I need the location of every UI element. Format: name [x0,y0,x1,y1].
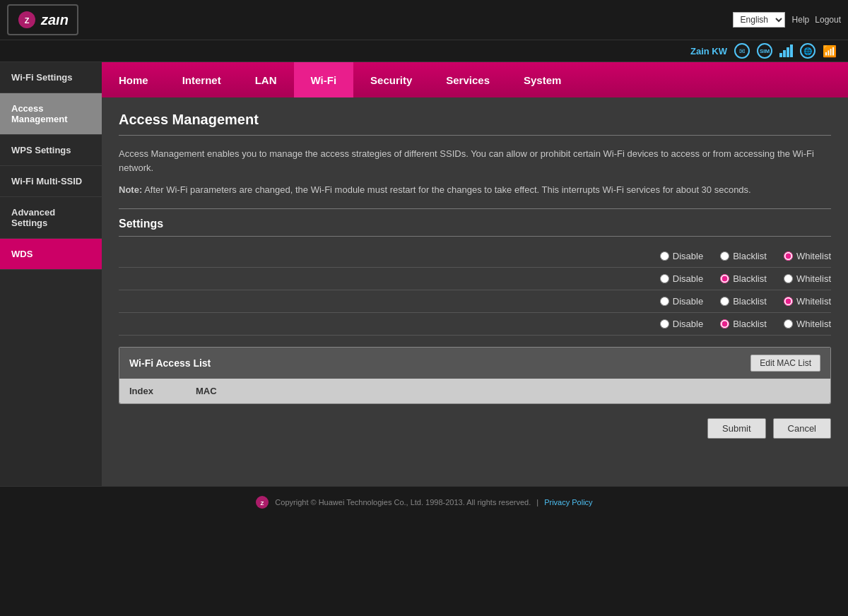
divider-1 [119,208,831,209]
table-headers: Index MAC [129,386,820,396]
radio-whitelist-1[interactable]: Whitelist [784,251,831,261]
logo-box: Z zaın [7,4,78,35]
nav-lan[interactable]: LAN [238,62,294,97]
access-list-header: Wi-Fi Access List Edit MAC List [119,348,830,379]
whitelist-label-2: Whitelist [796,273,831,284]
nav-system[interactable]: System [507,62,578,97]
sim-icon: SIM [757,43,772,59]
button-row: Submit Cancel [119,418,831,439]
edit-mac-button[interactable]: Edit MAC List [750,355,820,372]
blacklist-label-1: Blacklist [733,251,767,261]
radio-row-4: Disable Blacklist Whitelist [119,313,831,336]
nav-wifi[interactable]: Wi-Fi [294,62,354,97]
blacklist-label-4: Blacklist [733,319,767,329]
username-label: Zain KW [690,46,727,57]
settings-section-title: Settings [119,218,831,237]
note-label: Note: [119,184,142,195]
disable-label-4: Disable [673,319,703,329]
main-nav: Home Internet LAN Wi-Fi Security Service… [102,62,848,97]
sidebar: Wi-Fi Settings Access Management WPS Set… [0,62,102,486]
radio-disable-3[interactable]: Disable [660,296,703,307]
whitelist-label-3: Whitelist [796,296,831,307]
top-links: Help Logout [792,15,841,25]
sidebar-item-wds[interactable]: WDS [0,239,102,270]
nav-internet[interactable]: Internet [165,62,238,97]
logo-area: Z zaın [7,4,78,35]
disable-label-2: Disable [673,273,703,284]
nav-security[interactable]: Security [353,62,429,97]
col-mac: MAC [196,386,217,396]
svg-text:Z: Z [25,16,30,25]
radio-blacklist-4[interactable]: Blacklist [720,319,767,329]
disable-label-1: Disable [673,251,703,261]
access-list-container: Wi-Fi Access List Edit MAC List Index MA… [119,347,831,404]
zain-logo-icon: Z [17,10,37,30]
svg-text:Z: Z [261,500,264,507]
language-select[interactable]: English Arabic [733,12,785,28]
footer-copyright: Copyright © Huawei Technologies Co., Ltd… [275,498,531,507]
col-index: Index [129,386,153,396]
globe-icon[interactable]: 🌐 [800,43,815,59]
access-list-table: Index MAC [119,379,830,403]
whitelist-label-4: Whitelist [796,319,831,329]
radio-blacklist-3[interactable]: Blacklist [720,296,767,307]
note-text: Note: After Wi-Fi parameters are changed… [119,183,831,197]
main-layout: Wi-Fi Settings Access Management WPS Set… [0,62,848,486]
signal-icon [779,45,793,57]
radio-blacklist-1[interactable]: Blacklist [720,251,767,261]
main-content: Access Management Access Management enab… [102,97,848,486]
logout-link[interactable]: Logout [815,15,841,25]
sidebar-item-wifi-multi-ssid[interactable]: Wi-Fi Multi-SSID [0,166,102,197]
page-title: Access Management [119,112,831,136]
help-link[interactable]: Help [792,15,810,25]
submit-button[interactable]: Submit [707,418,765,439]
mail-icon[interactable]: ✉ [734,43,750,59]
sidebar-item-access-management[interactable]: Access Management [0,93,102,135]
radio-whitelist-4[interactable]: Whitelist [784,319,831,329]
radio-disable-2[interactable]: Disable [660,273,703,284]
blacklist-label-2: Blacklist [733,273,767,284]
sidebar-item-advanced-settings[interactable]: Advanced Settings [0,197,102,239]
sidebar-item-wps-settings[interactable]: WPS Settings [0,135,102,166]
radio-whitelist-3[interactable]: Whitelist [784,296,831,307]
radio-blacklist-2[interactable]: Blacklist [720,273,767,284]
radio-whitelist-2[interactable]: Whitelist [784,273,831,284]
top-right-area: English Arabic Help Logout [733,12,841,28]
footer-separator: | [536,498,538,507]
privacy-policy-link[interactable]: Privacy Policy [544,498,592,507]
whitelist-label-1: Whitelist [796,251,831,261]
wifi-status-icon: 📶 [823,45,837,58]
radio-row-1: Disable Blacklist Whitelist [119,245,831,268]
radio-row-3: Disable Blacklist Whitelist [119,290,831,313]
footer-logo-icon: Z [255,495,269,509]
nav-services[interactable]: Services [429,62,507,97]
access-list-title: Wi-Fi Access List [129,357,211,369]
description-text: Access Management enables you to manage … [119,147,831,174]
userbar: Zain KW ✉ SIM 🌐 📶 [0,40,848,62]
note-body: After Wi-Fi parameters are changed, the … [144,184,751,195]
radio-row-2: Disable Blacklist Whitelist [119,268,831,290]
nav-home[interactable]: Home [102,62,165,97]
logo-text: zaın [41,12,69,28]
disable-label-3: Disable [673,296,703,307]
sidebar-item-wifi-settings[interactable]: Wi-Fi Settings [0,62,102,93]
blacklist-label-3: Blacklist [733,296,767,307]
radio-disable-4[interactable]: Disable [660,319,703,329]
radio-disable-1[interactable]: Disable [660,251,703,261]
cancel-button[interactable]: Cancel [773,418,831,439]
footer: Z Copyright © Huawei Technologies Co., L… [0,486,848,518]
